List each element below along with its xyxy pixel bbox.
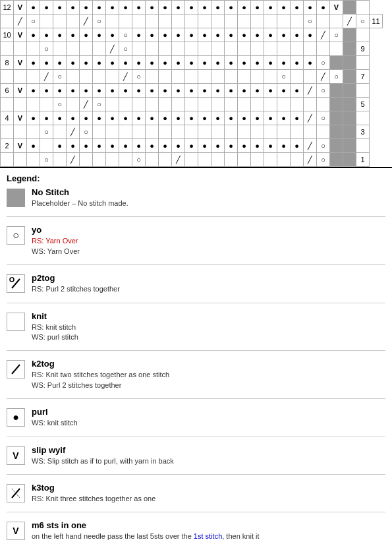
- row-label-right: [356, 28, 370, 42]
- cell: V: [14, 1, 27, 15]
- legend-item-knit: knit RS: knit stitch WS: purl stitch: [7, 311, 385, 351]
- cell: [159, 15, 172, 28]
- cell: ●: [251, 1, 264, 15]
- cell: [80, 153, 93, 167]
- cell: [277, 125, 291, 139]
- row-label-right: 7: [356, 70, 370, 84]
- cell: ●: [238, 139, 251, 153]
- row-label-12: 12: [1, 1, 14, 15]
- cell: ╱: [343, 15, 356, 28]
- row-label: 6: [1, 84, 14, 98]
- cell: [238, 153, 251, 167]
- cell: [225, 125, 238, 139]
- cell: ●: [198, 139, 211, 153]
- cell: ○: [40, 125, 53, 139]
- cell: ●: [106, 84, 119, 98]
- cell: [53, 153, 67, 167]
- cell: ○: [317, 84, 330, 98]
- cell: [330, 139, 343, 153]
- chart-table: 12 V ● ● ● ● ● ● ● ● ● ● ● ● ● ● ● ● ● ●: [0, 0, 383, 167]
- cell: [159, 153, 172, 167]
- slipwyif-icon: V: [7, 446, 25, 465]
- cell: [198, 98, 211, 111]
- cell: [14, 125, 27, 139]
- k3tog-icon: [7, 484, 25, 502]
- cell: [172, 15, 185, 28]
- cell: ●: [251, 56, 264, 70]
- k2tog-icon: [7, 360, 25, 379]
- cell: ●: [185, 1, 198, 15]
- cell: [198, 42, 211, 56]
- cell: [93, 125, 106, 139]
- cell: ●: [53, 139, 67, 153]
- row-label-right: 11: [370, 15, 383, 28]
- chart-row-9: ○ ╱ ○: [1, 42, 383, 56]
- cell: [264, 153, 277, 167]
- cell: ●: [27, 28, 40, 42]
- cell: [172, 42, 185, 56]
- cell: [146, 125, 159, 139]
- legend-item-slipwyif: V slip wyif WS: Slip stitch as if to pur…: [7, 445, 385, 475]
- cell: [146, 15, 159, 28]
- cell: [14, 70, 27, 84]
- row-label: 2: [1, 139, 14, 153]
- row-label-right: [356, 139, 370, 153]
- legend-name-nostitch: No Stitch: [32, 187, 128, 197]
- row-label-right: [356, 111, 370, 125]
- legend-name-p2tog: p2tog: [32, 273, 120, 283]
- cell: ●: [80, 28, 93, 42]
- cell: ●: [93, 28, 106, 42]
- legend-item-p2tog: p2tog RS: Purl 2 stitches together: [7, 273, 385, 303]
- cell: [146, 42, 159, 56]
- cell: ●: [304, 28, 317, 42]
- cell: ○: [40, 153, 53, 167]
- cell: [14, 42, 27, 56]
- chart-container: 12 V ● ● ● ● ● ● ● ● ● ● ● ● ● ● ● ● ● ●: [0, 0, 392, 167]
- cell: ○: [317, 139, 330, 153]
- legend-text-p2tog: p2tog RS: Purl 2 stitches together: [32, 273, 120, 294]
- cell: [67, 98, 80, 111]
- cell: ●: [53, 28, 67, 42]
- cell: ○: [317, 153, 330, 167]
- legend-desc-knit-rs: RS: knit stitch: [32, 322, 78, 332]
- cell: ●: [211, 56, 225, 70]
- cell: ●: [106, 111, 119, 125]
- cell: ●: [277, 1, 291, 15]
- cell: [343, 1, 356, 15]
- cell: ●: [159, 139, 172, 153]
- cell: ●: [185, 56, 198, 70]
- cell: ●: [317, 1, 330, 15]
- cell: ●: [67, 28, 80, 42]
- cell: [185, 98, 198, 111]
- chart-row-2: 2 V ● ● ● ● ● ● ● ● ● ● ● ● ● ● ● ● ● ●: [1, 139, 383, 153]
- cell: ●: [67, 56, 80, 70]
- cell: [14, 153, 27, 167]
- cell: ╱: [317, 28, 330, 42]
- cell: [264, 125, 277, 139]
- cell: ●: [198, 111, 211, 125]
- legend-name-slipwyif: slip wyif: [32, 445, 174, 455]
- row-label: [1, 153, 14, 167]
- cell: [159, 98, 172, 111]
- cell: ○: [132, 153, 146, 167]
- cell: [185, 125, 198, 139]
- svg-line-2: [12, 365, 20, 374]
- cell: [185, 15, 198, 28]
- legend-text-m6: m6 sts in one on the left hand needle pa…: [32, 520, 260, 541]
- cell: [343, 56, 356, 70]
- cell: ●: [277, 111, 291, 125]
- cell: ●: [291, 1, 304, 15]
- cell: ●: [146, 139, 159, 153]
- legend-name-k2tog: k2tog: [32, 359, 169, 369]
- cell: [146, 98, 159, 111]
- row-label-right: 1: [356, 153, 370, 167]
- cell: [330, 98, 343, 111]
- cell: ●: [225, 111, 238, 125]
- cell: ○: [277, 70, 291, 84]
- cell: ●: [40, 28, 53, 42]
- cell: [198, 70, 211, 84]
- cell: [251, 70, 264, 84]
- legend-desc-yo-ws: WS: Yarn Over: [32, 247, 80, 257]
- chart-row-8: 8 V ● ● ● ● ● ● ● ● ● ● ● ● ● ● ● ● ● ●: [1, 56, 383, 70]
- cell: [238, 15, 251, 28]
